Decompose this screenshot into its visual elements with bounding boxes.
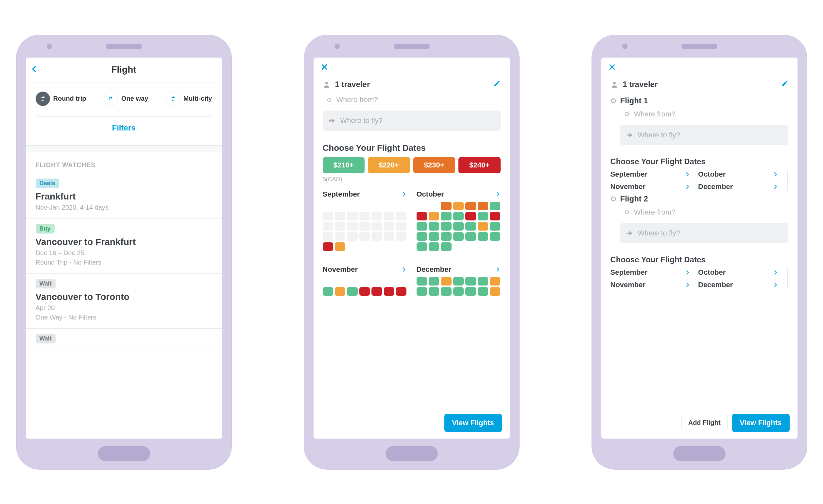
calendar-day[interactable] <box>465 202 476 210</box>
calendar-day[interactable] <box>441 287 451 296</box>
month-link[interactable]: November <box>611 281 691 289</box>
calendar-day[interactable] <box>478 212 488 220</box>
calendar-day[interactable] <box>335 242 345 251</box>
calendar-day <box>359 202 370 210</box>
where-from-input[interactable]: Where from? <box>620 205 788 219</box>
calendar-day[interactable] <box>478 202 488 210</box>
flight-watch-item[interactable]: DealsFrankfurtNov-Jan 2020, 4-14 days <box>26 173 222 219</box>
calendar-day[interactable] <box>490 277 500 286</box>
calendar-day[interactable] <box>465 222 476 230</box>
calendar-day[interactable] <box>465 212 476 220</box>
calendar-day[interactable] <box>417 212 427 220</box>
traveler-row[interactable]: 1 traveler <box>323 80 501 89</box>
edit-travelers-button[interactable] <box>493 80 501 89</box>
calendar-day <box>371 277 382 286</box>
month-link[interactable]: December <box>698 281 778 289</box>
calendar-day[interactable] <box>429 232 439 241</box>
calendar-day[interactable] <box>417 232 427 241</box>
calendar-day[interactable] <box>371 287 382 296</box>
calendar-day[interactable] <box>429 287 439 296</box>
calendar-day[interactable] <box>417 287 427 296</box>
calendar-day[interactable] <box>417 277 427 286</box>
calendar-day[interactable] <box>490 287 500 296</box>
calendar-day[interactable] <box>453 202 464 210</box>
filters-button[interactable]: Filters <box>36 117 212 139</box>
edit-travelers-button[interactable] <box>781 80 788 89</box>
calendar-day[interactable] <box>429 242 439 251</box>
calendar-day[interactable] <box>396 287 406 296</box>
calendar-day[interactable] <box>441 232 451 241</box>
calendar-day[interactable] <box>453 222 464 230</box>
calendar-day[interactable] <box>490 222 500 230</box>
calendar-day[interactable] <box>335 287 345 296</box>
calendar-day[interactable] <box>490 232 500 241</box>
calendar-day[interactable] <box>441 212 451 220</box>
chevron-right-icon <box>401 191 407 197</box>
calendar-day[interactable] <box>453 287 464 296</box>
where-to-input[interactable]: Where to fly? <box>620 223 788 243</box>
calendar-day[interactable] <box>490 202 500 210</box>
calendar-day[interactable] <box>441 277 451 286</box>
calendar-day[interactable] <box>465 287 476 296</box>
flight-watch-item[interactable]: BuyVancouver to FrankfurtDec 16 – Dec 25… <box>26 219 222 274</box>
month-link[interactable]: October <box>698 268 778 277</box>
calendar-day[interactable] <box>429 277 439 286</box>
calendar-day[interactable] <box>441 242 451 251</box>
calendar-day[interactable] <box>323 287 333 296</box>
where-from-input[interactable]: Where from? <box>323 93 501 107</box>
chevron-right-icon <box>772 171 778 177</box>
calendar-day[interactable] <box>453 232 464 241</box>
view-flights-button[interactable]: View Flights <box>444 414 502 432</box>
close-button[interactable] <box>608 63 616 73</box>
where-to-placeholder: Where to fly? <box>340 117 383 125</box>
traveler-row[interactable]: 1 traveler <box>611 80 788 89</box>
where-to-input[interactable]: Where to fly? <box>620 125 788 145</box>
where-from-input[interactable]: Where from? <box>620 107 788 121</box>
month-header[interactable]: October <box>417 190 501 198</box>
calendar-day[interactable] <box>490 212 500 220</box>
month-header[interactable]: November <box>323 265 407 274</box>
calendar-day <box>335 222 345 230</box>
calendar-day[interactable] <box>417 222 427 230</box>
add-flight-button[interactable]: Add Flight <box>681 415 727 431</box>
month-header[interactable]: December <box>417 265 501 274</box>
view-flights-button[interactable]: View Flights <box>732 414 790 432</box>
calendar-day[interactable] <box>323 242 333 251</box>
where-to-input[interactable]: Where to fly? <box>323 111 501 131</box>
month-link[interactable]: October <box>698 170 778 179</box>
month-header[interactable]: September <box>323 190 407 198</box>
calendar-day[interactable] <box>478 222 488 230</box>
calendar-day[interactable] <box>441 202 451 210</box>
calendar-day[interactable] <box>465 232 476 241</box>
back-button[interactable] <box>30 63 39 76</box>
where-from-placeholder: Where from? <box>634 110 675 118</box>
calendar-day[interactable] <box>478 232 488 241</box>
segment-multi-city[interactable]: Multi-city <box>166 90 212 108</box>
calendar-day[interactable] <box>417 242 427 251</box>
calendar-day[interactable] <box>429 212 439 220</box>
chevron-right-icon <box>772 270 778 276</box>
calendar-day <box>335 232 345 241</box>
month-link[interactable]: November <box>611 182 691 191</box>
month-link[interactable]: December <box>698 182 778 191</box>
segment-one-way[interactable]: One way <box>104 90 148 108</box>
calendar-day[interactable] <box>359 287 370 296</box>
header: Flight <box>26 57 222 82</box>
calendar-day[interactable] <box>384 287 394 296</box>
month-name: September <box>611 268 648 277</box>
calendar-grid <box>323 277 407 296</box>
calendar-day[interactable] <box>478 287 488 296</box>
month-link[interactable]: September <box>611 268 691 277</box>
calendar-day[interactable] <box>478 277 488 286</box>
calendar-day[interactable] <box>453 212 464 220</box>
flight-watch-item[interactable]: Wait <box>26 329 222 351</box>
calendar-day[interactable] <box>429 222 439 230</box>
close-button[interactable] <box>320 63 329 73</box>
calendar-day[interactable] <box>465 277 476 286</box>
calendar-day[interactable] <box>453 277 464 286</box>
segment-round-trip[interactable]: Round trip <box>36 90 86 108</box>
month-link[interactable]: September <box>611 170 691 179</box>
calendar-day[interactable] <box>347 287 357 296</box>
flight-watch-item[interactable]: WaitVancouver to TorontoApr 20One Way - … <box>26 274 222 329</box>
calendar-day[interactable] <box>441 222 451 230</box>
